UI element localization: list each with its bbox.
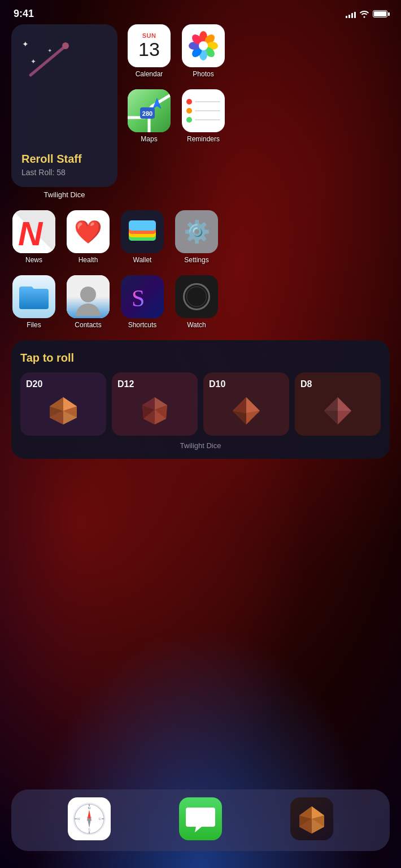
dice-row: D20 D12 xyxy=(20,372,381,436)
signal-icon xyxy=(346,10,356,18)
calendar-date: 13 xyxy=(138,39,160,60)
photos-icon xyxy=(189,31,218,60)
app-row-1: SUN 13 Calendar xyxy=(127,24,226,78)
dice-d8[interactable]: D8 xyxy=(295,372,381,436)
svg-text:W: W xyxy=(77,817,80,821)
app-shortcuts[interactable]: S Shortcuts xyxy=(120,275,165,329)
svg-text:280: 280 xyxy=(142,110,152,117)
svg-text:✦: ✦ xyxy=(47,47,52,54)
d8-icon xyxy=(322,395,354,427)
svg-text:✦: ✦ xyxy=(30,58,36,66)
dock: N S E W xyxy=(11,789,390,851)
status-bar: 9:41 xyxy=(0,0,401,24)
widget-icon-area: ✦ ✦ ✦ xyxy=(19,36,76,81)
maps-icon: 280 xyxy=(128,89,171,132)
svg-text:N: N xyxy=(88,806,90,810)
news-label: News xyxy=(25,256,42,264)
d12-label: D12 xyxy=(117,379,134,389)
dice-d12[interactable]: D12 xyxy=(112,372,198,436)
calendar-label: Calendar xyxy=(136,70,163,78)
top-section: ✦ ✦ ✦ Reroll Staff Last Roll: 58 Twiligh… xyxy=(11,24,390,199)
app-maps[interactable]: 280 Maps xyxy=(127,89,172,143)
photos-label: Photos xyxy=(193,70,213,78)
widget-label: Twilight Dice xyxy=(44,190,85,199)
app-photos[interactable]: Photos xyxy=(181,24,226,78)
svg-text:S: S xyxy=(88,828,90,831)
files-label: Files xyxy=(27,321,41,329)
settings-label: Settings xyxy=(184,256,208,264)
maps-label: Maps xyxy=(141,135,157,143)
watch-icon xyxy=(183,283,210,310)
app-watch[interactable]: Watch xyxy=(174,275,219,329)
twilight-dice-widget[interactable]: ✦ ✦ ✦ Reroll Staff Last Roll: 58 xyxy=(11,24,117,187)
app-calendar[interactable]: SUN 13 Calendar xyxy=(127,24,172,78)
svg-text:E: E xyxy=(99,817,101,821)
dice-d10[interactable]: D10 xyxy=(203,372,289,436)
widget-footer-label: Twilight Dice xyxy=(20,441,381,450)
dice-d20[interactable]: D20 xyxy=(20,372,106,436)
app-settings[interactable]: ⚙️ Settings xyxy=(174,210,219,264)
shortcuts-icon: S xyxy=(129,284,155,310)
watch-label: Watch xyxy=(187,321,206,329)
status-icons xyxy=(346,10,387,18)
top-right: SUN 13 Calendar xyxy=(127,24,226,154)
app-row-3: N News ❤️ Health Wallet xyxy=(11,210,390,264)
app-news[interactable]: N News xyxy=(11,210,56,264)
svg-marker-48 xyxy=(324,397,338,411)
wallet-icon xyxy=(127,220,158,243)
app-contacts[interactable]: Contacts xyxy=(66,275,111,329)
svg-marker-50 xyxy=(338,411,351,424)
safari-icon: N S E W xyxy=(72,802,106,836)
app-health[interactable]: ❤️ Health xyxy=(66,210,111,264)
status-time: 9:41 xyxy=(14,8,34,20)
news-icon: N xyxy=(12,210,55,253)
svg-marker-42 xyxy=(246,397,260,413)
svg-marker-43 xyxy=(233,397,246,413)
contacts-person xyxy=(76,275,101,318)
widget-subtitle: Last Roll: 58 xyxy=(21,168,107,177)
dock-twilight[interactable] xyxy=(290,797,333,843)
health-label: Health xyxy=(79,256,98,264)
dock-safari[interactable]: N S E W xyxy=(68,797,111,843)
wallet-label: Wallet xyxy=(133,256,152,264)
svg-text:N: N xyxy=(18,215,43,253)
contacts-label: Contacts xyxy=(75,321,101,329)
svg-text:S: S xyxy=(132,285,145,310)
svg-point-4 xyxy=(62,42,69,49)
svg-marker-47 xyxy=(338,397,351,411)
d12-icon xyxy=(139,395,171,427)
dock-messages[interactable] xyxy=(179,797,222,843)
svg-text:✦: ✦ xyxy=(22,40,29,49)
d8-label: D8 xyxy=(300,379,312,389)
wifi-icon xyxy=(359,10,369,18)
twilight-icon xyxy=(297,804,326,834)
battery-icon xyxy=(373,10,387,18)
app-row-4: Files Contacts xyxy=(11,275,390,329)
svg-rect-25 xyxy=(129,220,156,231)
shortcuts-label: Shortcuts xyxy=(128,321,157,329)
widget-title: Reroll Staff xyxy=(21,153,107,166)
d20-icon xyxy=(47,395,79,427)
svg-point-14 xyxy=(199,41,208,50)
d20-label: D20 xyxy=(26,379,42,389)
d10-icon xyxy=(230,395,262,427)
svg-marker-44 xyxy=(233,411,246,424)
reminders-label: Reminders xyxy=(187,135,220,143)
svg-marker-45 xyxy=(246,411,260,424)
app-row-2: 280 Maps xyxy=(127,89,226,143)
svg-marker-49 xyxy=(324,411,338,424)
tap-to-roll-label: Tap to roll xyxy=(20,351,381,364)
home-screen: ✦ ✦ ✦ Reroll Staff Last Roll: 58 Twiligh… xyxy=(0,24,401,459)
settings-gear-icon: ⚙️ xyxy=(184,219,210,244)
d10-label: D10 xyxy=(209,379,225,389)
app-wallet[interactable]: Wallet xyxy=(120,210,165,264)
app-files[interactable]: Files xyxy=(11,275,56,329)
tap-to-roll-widget[interactable]: Tap to roll D20 xyxy=(11,340,390,459)
files-icon xyxy=(19,284,49,309)
health-heart-icon: ❤️ xyxy=(74,219,102,245)
app-reminders[interactable]: Reminders xyxy=(181,89,226,143)
messages-icon xyxy=(186,805,215,832)
